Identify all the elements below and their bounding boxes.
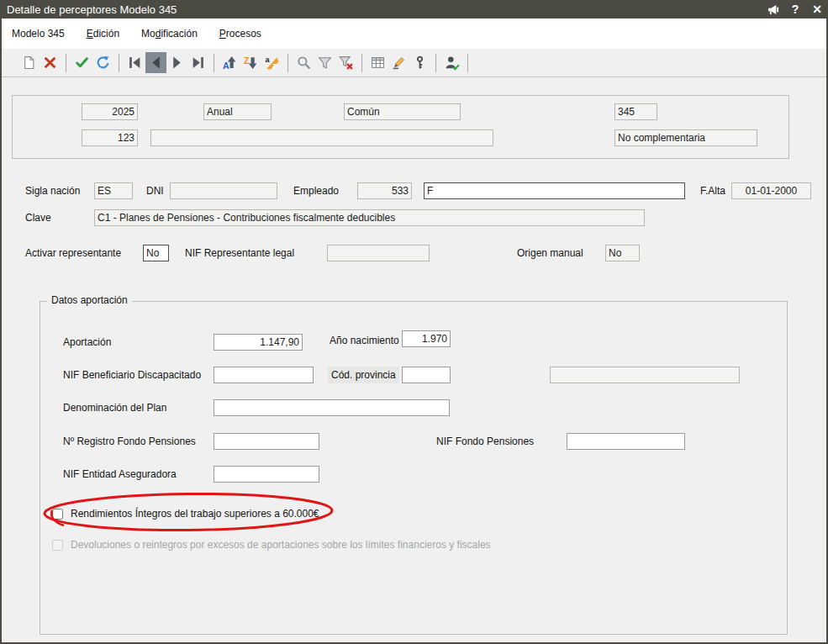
ejercicio-field bbox=[82, 103, 138, 120]
last-record-icon bbox=[191, 55, 205, 70]
dialog-detalle-perceptores: Detalle de perceptores Modelo 345 ? ✕ Mo… bbox=[0, 0, 828, 644]
svg-text:Z: Z bbox=[244, 55, 250, 66]
empresa-nombre-field bbox=[150, 129, 493, 146]
sort-ascending-button[interactable]: A bbox=[219, 52, 240, 73]
delete-button[interactable] bbox=[40, 52, 61, 73]
filter-icon bbox=[318, 55, 332, 70]
devoluciones-checkbox-row: Devoluciones o reintegros por excesos de… bbox=[52, 536, 491, 553]
menu-procesos[interactable]: Procesos bbox=[219, 28, 261, 40]
provincia-desc-field bbox=[550, 367, 740, 383]
modelo-field bbox=[614, 103, 657, 120]
empleado-nombre-field[interactable] bbox=[424, 182, 685, 199]
aportacion-label: Aportación bbox=[63, 334, 111, 351]
toolbar-separator bbox=[66, 54, 66, 72]
nif-beneficiario-field[interactable] bbox=[214, 367, 314, 383]
num-registro-fondo-label: Nº Registro Fondo Pensiones bbox=[63, 433, 196, 450]
nif-representante-label: NIF Representante legal bbox=[185, 245, 294, 261]
empleado-field bbox=[357, 182, 412, 199]
menu-modificacion[interactable]: Modificación bbox=[141, 28, 198, 40]
pencil-icon bbox=[392, 55, 406, 70]
grid-view-button[interactable] bbox=[367, 52, 388, 73]
menu-modelo-345[interactable]: Modelo 345 bbox=[12, 28, 65, 40]
anio-nacimiento-label: Año nacimiento bbox=[330, 332, 399, 349]
filter-button[interactable] bbox=[314, 52, 335, 73]
aportacion-field[interactable] bbox=[214, 334, 303, 351]
origen-manual-field bbox=[605, 245, 640, 261]
toolbar-separator bbox=[361, 54, 362, 72]
denominacion-plan-label: Denominación del Plan bbox=[63, 399, 166, 416]
help-icon[interactable]: ? bbox=[784, 2, 806, 17]
edit-button[interactable] bbox=[388, 52, 409, 73]
falta-label: F.Alta bbox=[700, 182, 725, 199]
periodo-field bbox=[203, 103, 272, 120]
toolbar-separator bbox=[467, 54, 468, 72]
nif-representante-field bbox=[327, 245, 430, 261]
dni-field bbox=[170, 182, 277, 199]
new-document-icon bbox=[22, 55, 36, 70]
megaphone-icon bbox=[767, 4, 781, 15]
empleado-label: Empleado bbox=[293, 182, 339, 199]
svg-text:z: z bbox=[272, 61, 277, 70]
sort-ascending-icon: A bbox=[223, 55, 237, 70]
nif-entidad-aseguradora-field[interactable] bbox=[214, 466, 319, 483]
key-icon bbox=[413, 55, 427, 70]
empresa-field bbox=[82, 129, 138, 146]
remove-filter-button[interactable] bbox=[335, 52, 356, 73]
key-button[interactable] bbox=[409, 52, 430, 73]
activar-representante-field[interactable] bbox=[143, 245, 169, 261]
toolbar-separator bbox=[119, 54, 119, 72]
confirm-button[interactable] bbox=[71, 52, 92, 73]
sigla-nacion-label: Sigla nación bbox=[25, 182, 80, 199]
next-record-icon bbox=[170, 55, 184, 70]
sort-descending-button[interactable]: Z bbox=[240, 52, 261, 73]
toolbar: A Z a z bbox=[2, 49, 826, 77]
search-button[interactable] bbox=[293, 52, 314, 73]
next-record-button[interactable] bbox=[166, 52, 187, 73]
rendimientos-checkbox[interactable] bbox=[52, 509, 63, 520]
activar-representante-label: Activar representante bbox=[25, 245, 121, 261]
toolbar-separator bbox=[214, 54, 214, 72]
complementaria-field bbox=[614, 129, 757, 146]
check-icon bbox=[75, 55, 89, 70]
last-record-button[interactable] bbox=[187, 52, 208, 73]
origen-manual-label: Origen manual bbox=[517, 245, 583, 261]
sort-a-z-icon: a z bbox=[265, 55, 279, 70]
num-registro-fondo-field[interactable] bbox=[214, 433, 319, 450]
first-record-button[interactable] bbox=[124, 52, 145, 73]
clave-field bbox=[94, 209, 645, 226]
user-check-icon bbox=[445, 55, 460, 71]
rendimientos-checkbox-label: Rendimientos Íntegros del trabajo superi… bbox=[71, 508, 319, 520]
close-icon[interactable]: ✕ bbox=[806, 2, 828, 17]
nif-fondo-pensiones-field[interactable] bbox=[567, 433, 685, 450]
search-icon bbox=[297, 55, 311, 70]
cod-provincia-field[interactable] bbox=[402, 367, 451, 383]
nif-beneficiario-label: NIF Beneficiario Discapacitado bbox=[63, 367, 201, 383]
previous-record-icon bbox=[149, 55, 163, 70]
megaphone-icon[interactable] bbox=[762, 2, 784, 17]
window-title: Detalle de perceptores Modelo 345 bbox=[7, 3, 177, 16]
nif-entidad-aseguradora-label: NIF Entidad Aseguradora bbox=[63, 466, 177, 483]
sigla-nacion-field bbox=[94, 182, 133, 199]
toolbar-separator bbox=[287, 54, 288, 72]
sort-a-z-button[interactable]: a z bbox=[261, 52, 282, 73]
previous-record-button[interactable] bbox=[145, 52, 166, 73]
datos-aportacion-legend: Datos aportación bbox=[47, 294, 132, 306]
titlebar: Detalle de perceptores Modelo 345 ? ✕ bbox=[0, 0, 828, 18]
new-button[interactable] bbox=[18, 52, 40, 73]
anio-nacimiento-field[interactable] bbox=[402, 330, 451, 347]
refresh-button[interactable] bbox=[92, 52, 113, 73]
svg-text:A: A bbox=[223, 61, 229, 70]
nif-fondo-pensiones-label: NIF Fondo Pensiones bbox=[436, 433, 534, 450]
devoluciones-checkbox-label: Devoluciones o reintegros por excesos de… bbox=[71, 536, 491, 553]
user-check-button[interactable] bbox=[441, 52, 462, 73]
denominacion-plan-field[interactable] bbox=[214, 399, 450, 416]
devoluciones-checkbox bbox=[52, 540, 63, 551]
menubar: Modelo 345 Edición Modificación Procesos bbox=[2, 18, 826, 49]
svg-text:a: a bbox=[266, 55, 271, 64]
refresh-icon bbox=[96, 55, 110, 70]
tipo-field bbox=[344, 103, 461, 120]
grid-icon bbox=[371, 55, 385, 70]
menu-edicion[interactable]: Edición bbox=[87, 28, 119, 40]
delete-x-icon bbox=[43, 55, 57, 70]
falta-field bbox=[731, 182, 811, 199]
